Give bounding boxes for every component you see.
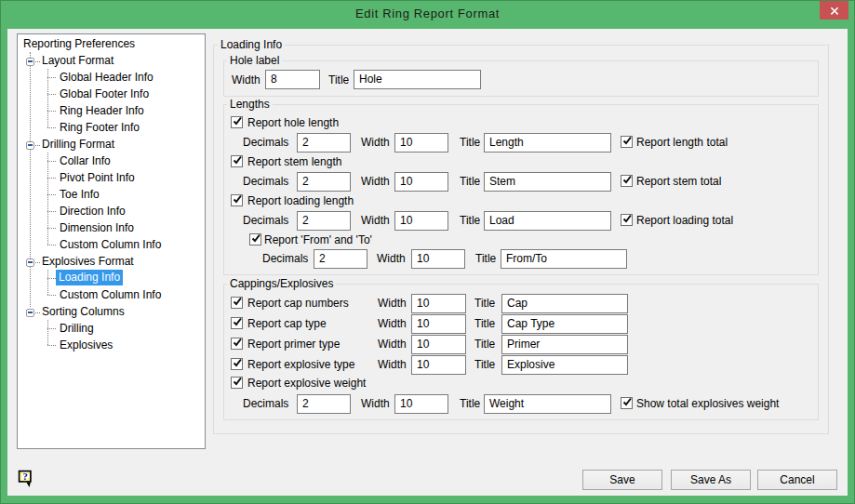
svg-text:?: ? [22,471,27,482]
